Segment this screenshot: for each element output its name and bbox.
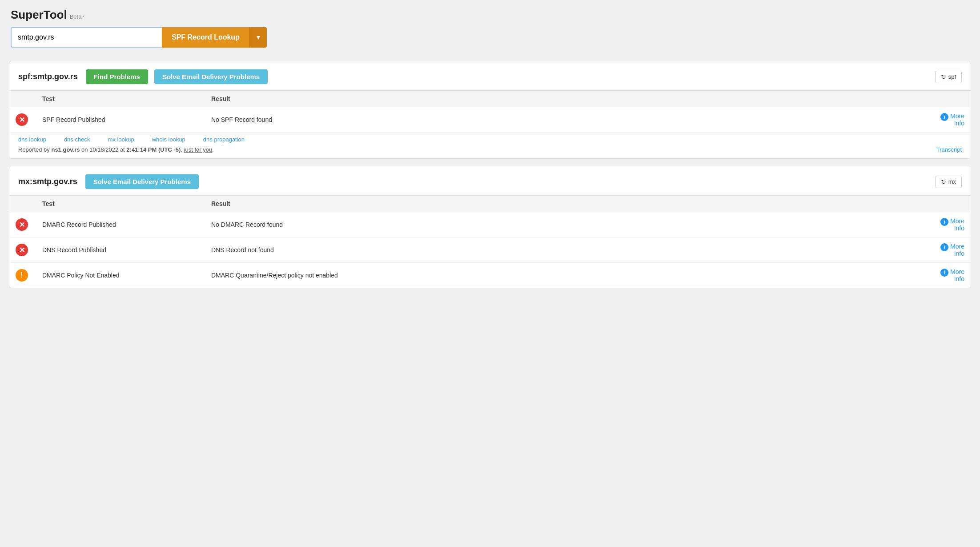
mx-th-icon bbox=[9, 196, 36, 212]
table-row: ! DMARC Policy Not Enabled DMARC Quarant… bbox=[9, 263, 971, 288]
spf-report-time: 2:41:14 PM (UTC -5) bbox=[126, 146, 181, 153]
transcript-link[interactable]: Transcript bbox=[936, 146, 962, 153]
spf-th-test: Test bbox=[36, 91, 205, 107]
brand: SuperTool Beta7 bbox=[11, 8, 969, 22]
search-input[interactable] bbox=[11, 27, 162, 48]
info-icon: i bbox=[940, 243, 948, 251]
search-row: SPF Record Lookup ▼ bbox=[11, 27, 969, 48]
just-for-you-link[interactable]: just for you bbox=[184, 146, 213, 153]
spf-th-icon bbox=[9, 91, 36, 107]
more-info-link[interactable]: i MoreInfo bbox=[932, 113, 964, 127]
test-cell: SPF Record Published bbox=[36, 107, 205, 133]
spf-table-header-row: Test Result bbox=[9, 91, 971, 107]
more-info-link[interactable]: i MoreInfo bbox=[932, 243, 964, 257]
spf-result-table: Test Result ✕ SPF Record Published No SP… bbox=[9, 90, 971, 132]
refresh-icon-mx: ↻ bbox=[941, 178, 946, 185]
test-cell: DMARC Record Published bbox=[36, 212, 205, 237]
mx-th-test: Test bbox=[36, 196, 205, 212]
mx-th-action bbox=[926, 196, 971, 212]
test-cell: DMARC Policy Not Enabled bbox=[36, 263, 205, 288]
mx-lookup-link[interactable]: mx lookup bbox=[108, 136, 152, 143]
result-cell: DMARC Quarantine/Reject policy not enabl… bbox=[205, 263, 926, 288]
spf-th-result: Result bbox=[205, 91, 926, 107]
spf-footer-links: dns lookup dns check mx lookup whois loo… bbox=[18, 136, 962, 143]
spf-server-name: ns1.gov.rs bbox=[51, 146, 80, 153]
spf-card-header: spf:smtp.gov.rs Find Problems Solve Emai… bbox=[9, 61, 971, 90]
spf-report-date: 10/18/2022 bbox=[89, 146, 118, 153]
lookup-dropdown-arrow[interactable]: ▼ bbox=[249, 27, 267, 48]
warning-icon: ! bbox=[16, 269, 28, 282]
status-cell: ! bbox=[9, 263, 36, 288]
result-cell: No DMARC Record found bbox=[205, 212, 926, 237]
mx-table-header-row: Test Result bbox=[9, 196, 971, 212]
lookup-button[interactable]: SPF Record Lookup bbox=[162, 27, 249, 48]
status-cell: ✕ bbox=[9, 237, 36, 263]
mx-card-header: mx:smtp.gov.rs Solve Email Delivery Prob… bbox=[9, 166, 971, 195]
error-icon: ✕ bbox=[16, 244, 28, 256]
status-cell: ✕ bbox=[9, 107, 36, 133]
more-info-link[interactable]: i MoreInfo bbox=[932, 217, 964, 232]
spf-reported-text: Reported by ns1.gov.rs on 10/18/2022 at … bbox=[18, 146, 214, 153]
main-content: spf:smtp.gov.rs Find Problems Solve Emai… bbox=[0, 54, 980, 295]
status-cell: ✕ bbox=[9, 212, 36, 237]
action-cell: i MoreInfo bbox=[926, 212, 971, 237]
brand-name: SuperTool bbox=[11, 8, 67, 22]
mx-result-table: Test Result ✕ DMARC Record Published No … bbox=[9, 195, 971, 288]
test-cell: DNS Record Published bbox=[36, 237, 205, 263]
info-icon: i bbox=[940, 113, 948, 121]
table-row: ✕ DMARC Record Published No DMARC Record… bbox=[9, 212, 971, 237]
solve-email-delivery-button-spf[interactable]: Solve Email Delivery Problems bbox=[154, 69, 268, 84]
action-cell: i MoreInfo bbox=[926, 107, 971, 133]
error-icon: ✕ bbox=[16, 218, 28, 231]
refresh-mx-button[interactable]: ↻ mx bbox=[935, 176, 962, 188]
spf-card-title: spf:smtp.gov.rs bbox=[18, 72, 78, 81]
spf-th-action bbox=[926, 91, 971, 107]
action-cell: i MoreInfo bbox=[926, 263, 971, 288]
mx-card: mx:smtp.gov.rs Solve Email Delivery Prob… bbox=[9, 166, 971, 288]
spf-card-footer: dns lookup dns check mx lookup whois loo… bbox=[9, 132, 971, 158]
refresh-mx-label: mx bbox=[948, 178, 956, 185]
result-cell: No SPF Record found bbox=[205, 107, 926, 133]
table-row: ✕ DNS Record Published DNS Record not fo… bbox=[9, 237, 971, 263]
mx-th-result: Result bbox=[205, 196, 926, 212]
refresh-spf-button[interactable]: ↻ spf bbox=[935, 71, 962, 83]
dns-lookup-link[interactable]: dns lookup bbox=[18, 136, 64, 143]
more-info-link[interactable]: i MoreInfo bbox=[932, 268, 964, 282]
dns-propagation-link[interactable]: dns propagation bbox=[203, 136, 262, 143]
dns-check-link[interactable]: dns check bbox=[64, 136, 108, 143]
refresh-icon: ↻ bbox=[941, 73, 946, 80]
solve-email-delivery-button-mx[interactable]: Solve Email Delivery Problems bbox=[85, 174, 199, 189]
action-cell: i MoreInfo bbox=[926, 237, 971, 263]
header: SuperTool Beta7 SPF Record Lookup ▼ bbox=[0, 0, 980, 54]
spf-reported-info: Reported by ns1.gov.rs on 10/18/2022 at … bbox=[18, 146, 962, 153]
whois-lookup-link[interactable]: whois lookup bbox=[152, 136, 203, 143]
table-row: ✕ SPF Record Published No SPF Record fou… bbox=[9, 107, 971, 133]
info-icon: i bbox=[940, 218, 948, 226]
error-icon: ✕ bbox=[16, 113, 28, 126]
brand-beta: Beta7 bbox=[70, 13, 85, 20]
info-icon: i bbox=[940, 269, 948, 277]
refresh-spf-label: spf bbox=[948, 73, 956, 80]
mx-card-title: mx:smtp.gov.rs bbox=[18, 177, 77, 186]
find-problems-button[interactable]: Find Problems bbox=[86, 69, 148, 84]
spf-card: spf:smtp.gov.rs Find Problems Solve Emai… bbox=[9, 61, 971, 159]
result-cell: DNS Record not found bbox=[205, 237, 926, 263]
